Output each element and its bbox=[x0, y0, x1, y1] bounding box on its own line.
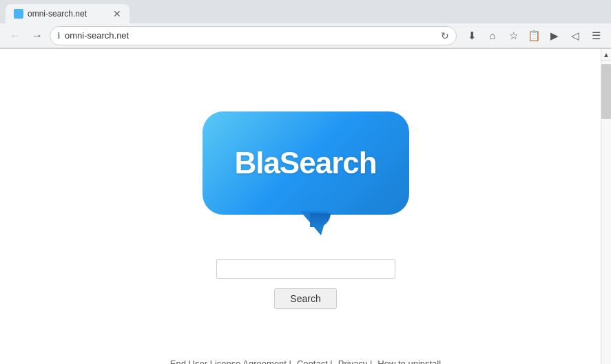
nav-icons: ⬇ ⌂ ☆ 📋 ▶ ◁ ☰ bbox=[462, 26, 605, 45]
tab-favicon bbox=[14, 9, 23, 19]
star-button[interactable]: ☆ bbox=[504, 26, 523, 45]
contact-link[interactable]: Contact | bbox=[297, 358, 333, 364]
active-tab[interactable]: omni-search.net ✕ bbox=[6, 4, 130, 23]
search-input[interactable] bbox=[216, 259, 395, 279]
search-button[interactable]: Search bbox=[274, 288, 336, 309]
logo-text: BlaSearch bbox=[234, 146, 376, 180]
scrollbar: ▲ ▼ bbox=[601, 49, 611, 364]
download-button[interactable]: ⬇ bbox=[462, 26, 481, 45]
pocket-button[interactable]: ▶ bbox=[545, 26, 564, 45]
search-area: Search bbox=[216, 259, 395, 309]
home-button[interactable]: ⌂ bbox=[483, 26, 502, 45]
page-content: ▲ ▼ BlaSearch Search End User License Ag… bbox=[0, 49, 611, 364]
logo-container: BlaSearch bbox=[196, 101, 416, 225]
browser-chrome: omni-search.net ✕ ← → ℹ ↻ ⬇ ⌂ ☆ 📋 ▶ ◁ ☰ bbox=[0, 0, 611, 49]
tab-title: omni-search.net bbox=[28, 9, 87, 19]
readinglist-button[interactable]: 📋 bbox=[524, 26, 543, 45]
nav-bar: ← → ℹ ↻ ⬇ ⌂ ☆ 📋 ▶ ◁ ☰ bbox=[0, 23, 611, 48]
forward-button[interactable]: → bbox=[28, 26, 47, 45]
info-icon: ℹ bbox=[57, 31, 61, 41]
logo-bubble: BlaSearch bbox=[203, 111, 409, 215]
privacy-link[interactable]: Privacy | bbox=[338, 358, 373, 364]
footer-links: End User License Agreement | Contact | P… bbox=[170, 358, 441, 364]
main-area: BlaSearch Search bbox=[6, 49, 606, 364]
tab-bar: omni-search.net ✕ bbox=[0, 0, 611, 23]
address-bar-container: ℹ ↻ bbox=[50, 26, 457, 45]
scrollbar-up-button[interactable]: ▲ bbox=[601, 49, 611, 61]
refresh-button[interactable]: ↻ bbox=[441, 30, 449, 41]
scrollbar-thumb[interactable] bbox=[601, 64, 611, 119]
uninstall-link[interactable]: How to uninstall bbox=[377, 358, 441, 364]
back-button[interactable]: ← bbox=[6, 26, 25, 45]
tab-close-button[interactable]: ✕ bbox=[113, 8, 121, 19]
menu-button[interactable]: ☰ bbox=[586, 26, 605, 45]
scrollbar-track bbox=[601, 61, 611, 364]
eula-link[interactable]: End User License Agreement | bbox=[170, 358, 291, 364]
address-input[interactable] bbox=[65, 30, 437, 41]
sidebar-button[interactable]: ◁ bbox=[566, 26, 585, 45]
